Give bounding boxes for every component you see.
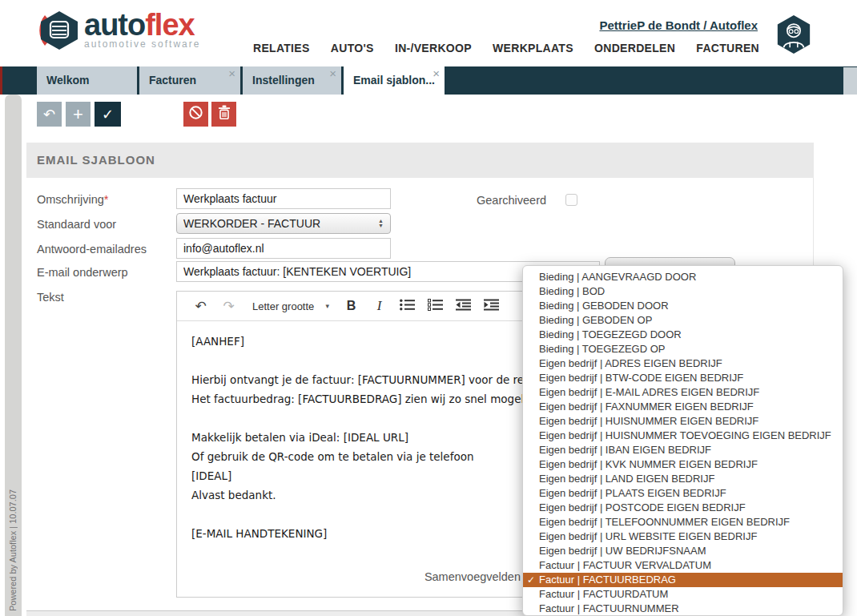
dropdown-option-label: Eigen bedrijf | PLAATS EIGEN BEDRIJF xyxy=(539,487,726,499)
chevron-down-icon: ▾ xyxy=(325,302,329,310)
dropdown-option-eigen-bedrijf-faxnummer-eigen-bedrijf[interactable]: Eigen bedrijf | FAXNUMMER EIGEN BEDRIJF xyxy=(523,400,843,414)
tab-bar: WelkomFacturen×Instellingen×Email sjablo… xyxy=(0,66,857,95)
nav-item-werkplaats[interactable]: WERKPLAATS xyxy=(493,42,573,54)
user-account-link[interactable]: PettrieP de Bondt / Autoflex xyxy=(599,18,758,32)
dropdown-option-bieding-toegezegd-door[interactable]: Bieding | TOEGEZEGD DOOR xyxy=(523,328,843,342)
editor-redo-button[interactable]: ↷ xyxy=(215,292,243,320)
dropdown-option-eigen-bedrijf-adres-eigen-bedrijf[interactable]: Eigen bedrijf | ADRES EIGEN BEDRIJF xyxy=(523,356,843,371)
tab-instellingen[interactable]: Instellingen× xyxy=(243,66,341,95)
dropdown-option-factuur-factuurnummer[interactable]: Factuur | FACTUURNUMMER xyxy=(523,602,843,616)
dropdown-option-label: Eigen bedrijf | KVK NUMMER EIGEN BEDRIJF xyxy=(539,458,758,470)
dropdown-option-factuur-factuurbedrag[interactable]: ✓Factuur | FACTUURBEDRAG xyxy=(523,573,843,587)
user-avatar[interactable] xyxy=(775,14,813,58)
dropdown-option-eigen-bedrijf-huisnummer-toevoeging-eigen-bedrijf[interactable]: Eigen bedrijf | HUISNUMMER TOEVOEGING EI… xyxy=(523,429,843,443)
mergefield-dropdown-list: Bieding | AANGEVRAAGD DOORBieding | BODB… xyxy=(522,265,843,616)
dropdown-option-eigen-bedrijf-kvk-nummer-eigen-bedrijf[interactable]: Eigen bedrijf | KVK NUMMER EIGEN BEDRIJF xyxy=(523,457,843,472)
dropdown-option-bieding-geboden-op[interactable]: Bieding | GEBODEN OP xyxy=(523,313,843,328)
nav-item-onderdelen[interactable]: ONDERDELEN xyxy=(594,42,675,54)
logo-word-auto: auto xyxy=(84,8,145,42)
undo-arrow-icon: ↶ xyxy=(43,106,55,123)
dropdown-option-label: Eigen bedrijf | ADRES EIGEN BEDRIJF xyxy=(539,357,722,369)
header: autoflex automotive software RELATIESAUT… xyxy=(0,0,857,66)
omschrijving-label: Omschrijving* xyxy=(37,193,108,206)
dropdown-option-eigen-bedrijf-uw-bedrijfsnaam[interactable]: Eigen bedrijf | UW BEDRIJFSNAAM xyxy=(523,544,843,558)
powered-by-text: Powered by Autoflex | 10.07.07 xyxy=(8,489,18,611)
italic-button[interactable]: I xyxy=(365,292,393,320)
font-size-label: Letter grootte xyxy=(252,300,314,312)
dropdown-option-eigen-bedrijf-e-mail-adres-eigen-bedrijf[interactable]: Eigen bedrijf | E-MAIL ADRES EIGEN BEDRI… xyxy=(523,385,843,400)
dropdown-option-label: Factuur | FACTUURBEDRAG xyxy=(539,574,676,586)
dropdown-option-label: Bieding | GEBODEN DOOR xyxy=(539,300,669,312)
redo-icon: ↷ xyxy=(223,298,234,315)
bullet-list-button[interactable] xyxy=(393,292,421,320)
indent-button[interactable] xyxy=(477,292,505,320)
dropdown-option-eigen-bedrijf-huisnummer-eigen-bedrijf[interactable]: Eigen bedrijf | HUISNUMMER EIGEN BEDRIJF xyxy=(523,414,843,429)
page: autoflex automotive software RELATIESAUT… xyxy=(0,0,857,616)
dropdown-option-factuur-factuurdatum[interactable]: Factuur | FACTUURDATUM xyxy=(523,587,843,602)
dropdown-option-bieding-geboden-door[interactable]: Bieding | GEBODEN DOOR xyxy=(523,299,843,313)
dropdown-option-eigen-bedrijf-plaats-eigen-bedrijf[interactable]: Eigen bedrijf | PLAATS EIGEN BEDRIJF xyxy=(523,486,843,501)
tab-strip: WelkomFacturen×Instellingen×Email sjablo… xyxy=(37,66,445,95)
bold-icon: B xyxy=(347,299,356,313)
tab-email-sjablon[interactable]: Email sjablon...× xyxy=(344,66,445,95)
dropdown-option-label: Bieding | TOEGEZEGD OP xyxy=(539,343,666,355)
close-icon[interactable]: × xyxy=(228,66,235,80)
numbered-list-button[interactable] xyxy=(421,292,449,320)
editor-undo-button[interactable]: ↶ xyxy=(187,292,215,320)
delete-button[interactable] xyxy=(211,102,236,127)
dropdown-option-eigen-bedrijf-postcode-eigen-bedrijf[interactable]: Eigen bedrijf | POSTCODE EIGEN BEDRIJF xyxy=(523,501,843,515)
antwoord-emailadres-input[interactable] xyxy=(176,238,391,259)
tab-welkom[interactable]: Welkom xyxy=(37,66,137,95)
tab-label: Email sjablon... xyxy=(353,74,435,87)
samenvoegvelden-label: Samenvoegvelden xyxy=(352,570,521,583)
outdent-button[interactable] xyxy=(449,292,477,320)
indent-icon xyxy=(484,299,499,314)
record-actions: ↶ + ✓ xyxy=(37,102,121,127)
dropdown-option-eigen-bedrijf-url-website-eigen-bedrijf[interactable]: Eigen bedrijf | URL WEBSITE EIGEN BEDRIJ… xyxy=(523,529,843,544)
nav-item-relaties[interactable]: RELATIES xyxy=(253,42,310,54)
dropdown-option-factuur-factuur-vervaldatum[interactable]: Factuur | FACTUUR VERVALDATUM xyxy=(523,558,843,573)
dropdown-option-label: Eigen bedrijf | TELEFOONNUMMER EIGEN BED… xyxy=(539,516,790,528)
dropdown-option-label: Bieding | AANGEVRAAGD DOOR xyxy=(539,271,696,283)
dropdown-option-label: Bieding | GEBODEN OP xyxy=(539,314,652,326)
numbered-list-icon xyxy=(428,299,443,314)
dropdown-option-bieding-bod[interactable]: Bieding | BOD xyxy=(523,284,843,299)
back-button[interactable]: ↶ xyxy=(37,102,62,127)
nav-item-facturen[interactable]: FACTUREN xyxy=(696,42,759,54)
tab-facturen[interactable]: Facturen× xyxy=(139,66,240,95)
dropdown-option-label: Eigen bedrijf | E-MAIL ADRES EIGEN BEDRI… xyxy=(539,386,759,398)
font-size-dropdown[interactable]: Letter grootte ▾ xyxy=(243,292,337,320)
standaard-voor-label: Standaard voor xyxy=(37,218,116,231)
cancel-button[interactable] xyxy=(183,102,208,127)
bullet-list-icon xyxy=(400,299,415,314)
dropdown-option-eigen-bedrijf-telefoonnummer-eigen-bedrijf[interactable]: Eigen bedrijf | TELEFOONNUMMER EIGEN BED… xyxy=(523,515,843,529)
gearchiveerd-label: Gearchiveerd xyxy=(477,194,546,207)
dropdown-option-bieding-toegezegd-op[interactable]: Bieding | TOEGEZEGD OP xyxy=(523,342,843,356)
standaard-voor-select[interactable]: WERKORDER - FACTUUR ▲▼ xyxy=(176,213,391,234)
no-entry-icon xyxy=(188,105,203,124)
section-header: EMAIL SJABLOON xyxy=(26,143,814,178)
add-button[interactable]: + xyxy=(66,102,91,127)
dropdown-option-eigen-bedrijf-iban-eigen-bedrijf[interactable]: Eigen bedrijf | IBAN EIGEN BEDRIJF xyxy=(523,443,843,457)
tab-label: Instellingen xyxy=(252,74,315,87)
tabbar-scroll-button[interactable] xyxy=(843,67,857,95)
tekst-label: Tekst xyxy=(37,291,64,304)
dropdown-option-label: Factuur | FACTUUR VERVALDATUM xyxy=(539,559,711,571)
gearchiveerd-checkbox[interactable] xyxy=(565,194,577,206)
dropdown-option-eigen-bedrijf-btw-code-eigen-bedrijf[interactable]: Eigen bedrijf | BTW-CODE EIGEN BEDRIJF xyxy=(523,371,843,385)
nav-item-auto-s[interactable]: AUTO'S xyxy=(331,42,374,54)
close-icon[interactable]: × xyxy=(433,66,440,80)
dropdown-option-bieding-aangevraagd-door[interactable]: Bieding | AANGEVRAAGD DOOR xyxy=(523,270,843,284)
dropdown-option-eigen-bedrijf-land-eigen-bedrijf[interactable]: Eigen bedrijf | LAND EIGEN BEDRIJF xyxy=(523,472,843,486)
bold-button[interactable]: B xyxy=(337,292,365,320)
close-icon[interactable]: × xyxy=(329,66,336,80)
select-arrows-icon: ▲▼ xyxy=(378,219,384,228)
left-version-strip: Powered by Autoflex | 10.07.07 xyxy=(5,95,22,616)
save-button[interactable]: ✓ xyxy=(95,102,121,127)
undo-icon: ↶ xyxy=(195,298,206,315)
nav-item-in-verkoop[interactable]: IN-/VERKOOP xyxy=(395,42,472,54)
omschrijving-input[interactable] xyxy=(176,188,391,209)
dropdown-option-label: Eigen bedrijf | POSTCODE EIGEN BEDRIJF xyxy=(539,501,746,513)
dropdown-option-label: Factuur | FACTUURNUMMER xyxy=(539,602,679,614)
dropdown-option-label: Eigen bedrijf | BTW-CODE EIGEN BEDRIJF xyxy=(539,372,743,384)
